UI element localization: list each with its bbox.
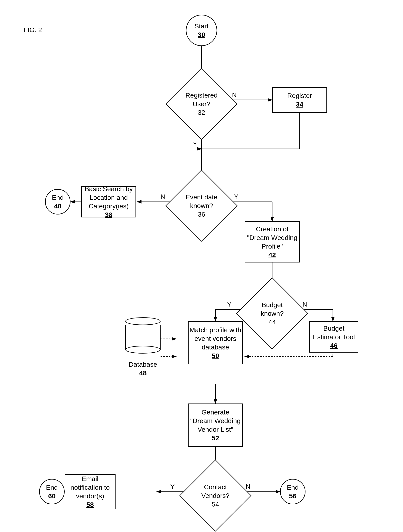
generate-list-num: 52 <box>190 434 240 442</box>
svg-text:N: N <box>246 483 250 490</box>
contact-vendors-num: 54 <box>212 500 219 508</box>
register-node: Register 34 <box>272 87 327 113</box>
dream-profile-label: Creation of"Dream WeddingProfile" <box>247 225 297 250</box>
budget-tool-node: BudgetEstimator Tool 46 <box>309 321 358 353</box>
budget-known-diamond: Budgetknown? 44 <box>243 284 302 343</box>
event-date-num: 36 <box>198 211 205 218</box>
basic-search-num: 38 <box>85 210 133 219</box>
end-40-label: End <box>52 194 64 201</box>
start-node: Start 30 <box>186 15 217 46</box>
diagram-container: FIG. 2 N Y N <box>0 0 403 532</box>
db-body <box>125 325 161 350</box>
budget-known-num: 44 <box>269 318 276 326</box>
dream-profile-node: Creation of"Dream WeddingProfile" 42 <box>245 221 300 262</box>
svg-text:Y: Y <box>234 193 238 200</box>
register-label: Register <box>287 92 312 99</box>
svg-text:N: N <box>161 193 165 200</box>
contact-vendors-diamond: ContactVendors? 54 <box>186 466 245 525</box>
end-40-num: 40 <box>52 202 64 210</box>
start-num: 30 <box>195 30 208 39</box>
basic-search-node: Basic Search byLocation andCategory(ies)… <box>81 186 136 217</box>
db-bottom <box>125 346 161 354</box>
database-label: Database <box>129 361 157 368</box>
end-60-label: End <box>46 484 58 491</box>
db-top <box>125 317 161 325</box>
svg-text:Y: Y <box>193 140 197 147</box>
start-label: Start <box>195 22 208 30</box>
email-notification-num: 58 <box>70 500 110 509</box>
svg-text:N: N <box>302 301 307 308</box>
end-56-num: 56 <box>287 492 299 500</box>
email-notification-label: Emailnotification tovendor(s) <box>70 475 110 500</box>
end-60-num: 60 <box>46 492 58 500</box>
fig-label: FIG. 2 <box>24 25 42 34</box>
register-num: 34 <box>287 100 312 108</box>
end-56-label: End <box>287 484 299 491</box>
registered-user-label: RegisteredUser? <box>185 91 218 108</box>
svg-text:N: N <box>232 91 237 98</box>
svg-text:Y: Y <box>227 301 231 308</box>
basic-search-label: Basic Search byLocation andCategory(ies) <box>85 185 133 210</box>
match-profile-node: Match profile withevent vendorsdatabase … <box>188 321 243 364</box>
budget-tool-label: BudgetEstimator Tool <box>313 325 355 341</box>
dream-profile-num: 42 <box>247 251 297 259</box>
contact-vendors-label: ContactVendors? <box>201 483 229 499</box>
budget-tool-num: 46 <box>313 341 355 350</box>
budget-known-label: Budgetknown? <box>261 301 283 317</box>
end-56-node: End 56 <box>280 479 305 504</box>
event-date-diamond: Event dateknown? 36 <box>172 176 231 235</box>
email-notification-node: Emailnotification tovendor(s) 58 <box>65 474 115 509</box>
event-date-label: Event dateknown? <box>186 193 218 209</box>
database-num: 48 <box>129 369 157 377</box>
end-40-node: End 40 <box>45 189 70 215</box>
registered-user-num: 32 <box>198 109 205 116</box>
database-node: Database 48 <box>125 317 161 377</box>
svg-text:Y: Y <box>170 483 175 490</box>
end-60-node: End 60 <box>39 479 65 504</box>
generate-list-node: Generate"Dream WeddingVendor List" 52 <box>188 404 243 447</box>
match-profile-num: 50 <box>189 351 241 360</box>
match-profile-label: Match profile withevent vendorsdatabase <box>189 326 241 351</box>
registered-user-diamond: RegisteredUser? 32 <box>172 74 231 133</box>
generate-list-label: Generate"Dream WeddingVendor List" <box>190 408 240 433</box>
